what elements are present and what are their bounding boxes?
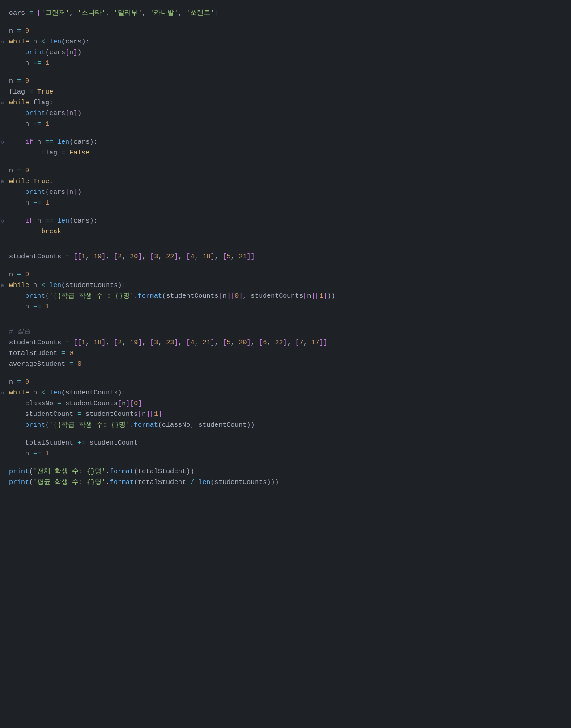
code-line-while-3: ⊖ while True: — [0, 176, 571, 187]
code-line-blank — [0, 158, 571, 166]
code-line: n += 1 — [0, 449, 571, 459]
fold-icon[interactable]: ⊖ — [1, 178, 4, 186]
code-line: print('{}학급 학생 수 : {}명'.format(studentCo… — [0, 291, 571, 302]
code-line-while-1: ⊖ while n < len(cars): — [0, 37, 571, 47]
code-line: print(cars[n]) — [0, 47, 571, 58]
code-line-blank — [0, 320, 571, 327]
code-line: n += 1 — [0, 198, 571, 209]
code-line-blank — [0, 313, 571, 320]
code-line-while-5: ⊖ while n < len(studentCounts): — [0, 388, 571, 398]
code-line: break — [0, 227, 571, 237]
code-line-blank — [0, 237, 571, 244]
code-line: print(cars[n]) — [0, 108, 571, 119]
code-line: n += 1 — [0, 302, 571, 313]
code-line: classNo = studentCounts[n][0] — [0, 398, 571, 409]
code-line-while-2: ⊖ while flag: — [0, 98, 571, 108]
code-line-blank — [0, 431, 571, 438]
code-line: cars = ['그랜저', '소나타', '말리부', '카니발', '쏘렌토… — [0, 8, 571, 19]
code-line: n = 0 — [0, 76, 571, 87]
code-line: print('{}학급 학생 수: {}명'.format(classNo, s… — [0, 420, 571, 431]
code-line: totalStudent = 0 — [0, 348, 571, 359]
code-line: n = 0 — [0, 26, 571, 37]
code-line-blank — [0, 370, 571, 377]
fold-icon[interactable]: ⊖ — [1, 390, 4, 398]
code-line: print('평균 학생 수: {}명'.format(totalStudent… — [0, 477, 571, 488]
fold-icon[interactable]: ⊖ — [1, 218, 4, 226]
code-line: flag = False — [0, 148, 571, 158]
code-line-if-2: ⊖ if n == len(cars): — [0, 216, 571, 227]
fold-icon[interactable]: ⊖ — [1, 39, 4, 47]
fold-icon[interactable]: ⊖ — [1, 99, 4, 107]
code-line-while-4: ⊖ while n < len(studentCounts): — [0, 280, 571, 291]
code-line-blank — [0, 209, 571, 216]
code-line: studentCounts = [[1, 18], [2, 19], [3, 2… — [0, 338, 571, 348]
code-line-blank — [0, 19, 571, 26]
code-line: n = 0 — [0, 270, 571, 280]
code-line: flag = True — [0, 87, 571, 98]
code-line: n = 0 — [0, 377, 571, 388]
fold-icon[interactable]: ⊖ — [1, 139, 4, 147]
fold-icon[interactable]: ⊖ — [1, 282, 4, 290]
code-line-comment: # 실습 — [0, 327, 571, 338]
code-line-blank — [0, 69, 571, 76]
code-line: n += 1 — [0, 119, 571, 130]
code-line: print(cars[n]) — [0, 187, 571, 198]
code-line: totalStudent += studentCount — [0, 438, 571, 449]
code-line-if-1: ⊖ if n == len(cars): — [0, 137, 571, 148]
code-line: studentCounts = [[1, 19], [2, 20], [3, 2… — [0, 252, 571, 262]
code-line: n += 1 — [0, 58, 571, 69]
code-line: averageStudent = 0 — [0, 359, 571, 370]
code-editor: cars = ['그랜저', '소나타', '말리부', '카니발', '쏘렌토… — [0, 4, 571, 492]
code-line-blank — [0, 262, 571, 270]
code-line-blank — [0, 130, 571, 137]
code-line: n = 0 — [0, 166, 571, 176]
code-line-blank — [0, 244, 571, 252]
code-line-blank — [0, 459, 571, 467]
code-line: print('전체 학생 수: {}명'.format(totalStudent… — [0, 467, 571, 477]
code-line: studentCount = studentCounts[n][1] — [0, 409, 571, 420]
